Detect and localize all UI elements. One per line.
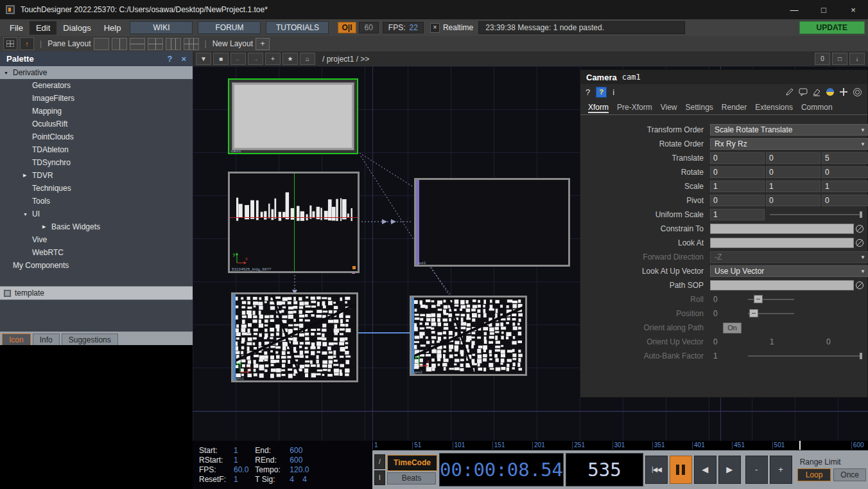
palette-item-imagefilters[interactable]: ImageFilters — [0, 92, 193, 105]
tab-pre-xform[interactable]: Pre-Xform — [617, 103, 652, 112]
edit-pencil-icon[interactable] — [785, 87, 794, 96]
node-geo2[interactable]: y x geo2 — [410, 296, 527, 376]
op-pick-icon[interactable] — [855, 224, 864, 233]
field-value[interactable]: 600 — [290, 446, 302, 455]
layout-hsplit-button[interactable] — [130, 38, 145, 50]
pause-button[interactable] — [670, 456, 692, 484]
python-help-button[interactable]: ? — [596, 87, 607, 98]
palette-item-oculusrift[interactable]: OculusRift — [0, 118, 193, 130]
help-button[interactable]: ? — [586, 87, 590, 97]
midi-io-indicator[interactable]: O|I — [338, 22, 356, 33]
menu-edit[interactable]: Edit — [30, 21, 56, 35]
field-value[interactable]: 1 — [234, 475, 238, 484]
info-button[interactable]: i — [612, 87, 614, 97]
language-ball-icon[interactable] — [826, 87, 835, 96]
param-field[interactable]: 0 — [822, 195, 868, 206]
palette-item-derivative[interactable]: ▼Derivative — [0, 66, 193, 79]
tab-info[interactable]: Info — [33, 333, 60, 346]
clear-icon[interactable] — [812, 87, 821, 96]
add-parameter-icon[interactable] — [839, 87, 848, 96]
tutorials-button[interactable]: TUTORIALS — [266, 21, 329, 34]
param-field[interactable]: 0 — [766, 166, 820, 178]
param-menu[interactable]: -Z▼ — [710, 251, 868, 263]
param-menu[interactable]: Rx Ry Rz▼ — [710, 138, 868, 150]
palette-item-tdsynchro[interactable]: TDSynchro — [0, 156, 193, 169]
op-pick-icon[interactable] — [855, 281, 864, 290]
palette-item-webrtc[interactable]: WebRTC — [0, 246, 193, 259]
menu-help[interactable]: Help — [98, 21, 128, 35]
palette-item-techniques[interactable]: Techniques — [0, 182, 193, 195]
param-field[interactable]: 1 — [710, 181, 765, 192]
layout-3split-button[interactable] — [148, 38, 163, 50]
palette-item-vive[interactable]: Vive — [0, 233, 193, 246]
param-field[interactable]: 1 — [822, 181, 868, 192]
collapsed-arrow-icon[interactable]: ▶ — [23, 173, 32, 178]
once-button[interactable]: Once — [833, 468, 866, 481]
realtime-checkbox[interactable]: × — [430, 23, 440, 33]
playhead[interactable] — [799, 441, 801, 450]
tab-common[interactable]: Common — [801, 103, 833, 112]
palette-item-template[interactable]: template — [0, 286, 193, 300]
param-slider[interactable] — [748, 299, 794, 300]
palette-item-tools[interactable]: Tools — [0, 195, 193, 208]
tab-settings[interactable]: Settings — [686, 103, 713, 112]
param-ref-field[interactable] — [710, 238, 854, 248]
palette-item-basic-widgets[interactable]: ▶Basic Widgets — [0, 220, 193, 233]
tab-render[interactable]: Render — [722, 103, 747, 112]
param-ref-field[interactable] — [710, 224, 854, 234]
field-value[interactable]: 1 — [234, 456, 238, 465]
frame-display[interactable]: 535 — [566, 453, 643, 486]
collapsed-arrow-icon[interactable]: ▶ — [42, 224, 51, 229]
increment-button[interactable]: + — [770, 456, 792, 484]
tab-icon[interactable]: Icon — [2, 333, 31, 346]
update-button[interactable]: UPDATE — [799, 21, 865, 34]
realtime-toggle[interactable]: × Realtime — [430, 23, 473, 33]
layout-vsplit-button[interactable] — [112, 38, 127, 50]
timecode-tab[interactable]: TimeCode — [387, 455, 437, 471]
play-forward-button[interactable]: ▶ — [718, 456, 741, 484]
palette-close-button[interactable]: × — [181, 54, 186, 64]
menu-file[interactable]: File — [3, 21, 30, 35]
pane-grid-icon[interactable] — [3, 37, 17, 50]
forum-button[interactable]: FORUM — [198, 21, 261, 34]
node-geo1[interactable]: y x geo1 — [231, 292, 358, 382]
minimize-button[interactable]: — — [779, 0, 809, 19]
breadcrumb[interactable]: / project1 / >> — [322, 55, 369, 64]
close-button[interactable]: × — [838, 0, 868, 19]
tab-suggestions[interactable]: Suggestions — [62, 333, 118, 346]
param-field[interactable]: 5 — [822, 152, 868, 164]
field-value[interactable]: 1 — [234, 446, 238, 455]
param-slider[interactable] — [748, 313, 794, 314]
maximize-button[interactable]: □ — [809, 0, 838, 19]
palette-item-tdvr[interactable]: ▶TDVR — [0, 169, 193, 182]
tab-view[interactable]: View — [661, 103, 677, 112]
jump-to-start-button[interactable]: |◀◀ — [645, 456, 668, 484]
param-slider[interactable] — [770, 214, 862, 215]
node-out1[interactable]: out1 — [414, 178, 570, 267]
tab-extensions[interactable]: Extensions — [755, 103, 793, 112]
bookmark-button[interactable]: ★ — [282, 53, 298, 65]
palette-help-button[interactable]: ? — [167, 54, 172, 64]
menu-dialogs[interactable]: Dialogs — [56, 21, 97, 35]
param-menu[interactable]: Scale Rotate Translate▼ — [710, 124, 868, 136]
timeline-ruler[interactable]: 151101151201251301351401451501600 — [372, 441, 868, 450]
layout-6grid-button[interactable] — [184, 38, 199, 50]
param-field[interactable]: 0 — [710, 152, 765, 164]
param-field[interactable]: 0 — [710, 166, 765, 178]
expanded-arrow-icon[interactable]: ▼ — [23, 212, 32, 217]
layout-single-button[interactable] — [94, 38, 109, 50]
loop-button[interactable]: Loop — [797, 468, 831, 481]
beats-tab[interactable]: Beats — [387, 472, 436, 485]
op-pick-icon[interactable] — [855, 238, 864, 247]
node-cam1[interactable]: cam1 — [228, 78, 358, 154]
param-field[interactable]: 0 — [766, 152, 820, 164]
layout-grid-button[interactable] — [166, 38, 181, 50]
field-value[interactable]: 60.0 — [234, 465, 248, 474]
pane-type-menu[interactable]: ▼ — [196, 53, 211, 65]
param-toggle[interactable]: On — [723, 323, 742, 333]
palette-item-pointclouds[interactable]: PointClouds — [0, 130, 193, 143]
decrement-button[interactable]: - — [745, 456, 768, 484]
collapse-button[interactable]: ↓ — [849, 53, 865, 65]
param-field[interactable]: 0 — [710, 195, 765, 206]
param-slider[interactable] — [748, 355, 862, 357]
